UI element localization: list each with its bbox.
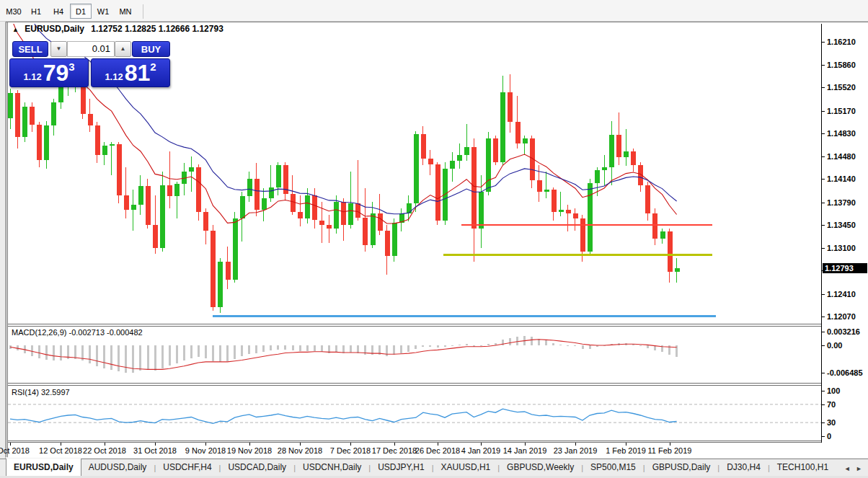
volume-increase-button[interactable]: ▲ xyxy=(115,41,131,57)
date-axis-tick xyxy=(350,443,351,446)
macd-axis-label: 0.00 xyxy=(827,341,842,350)
price-axis-tick xyxy=(822,156,825,157)
toolbar-separator xyxy=(143,4,143,19)
rsi-axis-tick xyxy=(822,404,825,405)
date-axis: 3 Oct 201812 Oct 201822 Oct 201831 Oct 2… xyxy=(8,443,868,458)
volume-input[interactable]: 0.01 xyxy=(67,41,115,57)
price-axis: 1.12793 1.162101.158601.155201.151701.14… xyxy=(821,24,868,443)
rsi-indicator-label: RSI(14) 32.5997 xyxy=(12,388,70,397)
timeframe-button-w1[interactable]: W1 xyxy=(92,4,114,19)
left-panel-edge xyxy=(0,22,6,476)
date-axis-tick xyxy=(438,443,438,446)
price-axis-tick xyxy=(822,294,825,295)
current-price-tag: 1.12793 xyxy=(823,263,867,273)
chart-tab-usdcnh-daily[interactable]: USDCNH,Daily xyxy=(296,459,368,476)
rsi-axis-tick xyxy=(822,436,825,437)
chart-tab-usdcad-daily[interactable]: USDCAD,Daily xyxy=(221,459,293,476)
chart-tab-usdchf-h4[interactable]: USDCHF,H4 xyxy=(156,459,218,476)
date-axis-tick xyxy=(525,443,526,446)
tabs-scroll-right-icon[interactable]: ► xyxy=(856,465,862,472)
price-axis-tick xyxy=(822,248,825,249)
rsi-indicator-plot[interactable] xyxy=(8,386,821,441)
chart-window: ▲ EURUSD,Daily 1.12752 1.12825 1.12666 1… xyxy=(6,22,868,457)
macd-indicator-label: MACD(12,26,9) -0.002713 -0.000482 xyxy=(12,328,143,337)
tabs-scroll-left-icon[interactable]: ◄ xyxy=(844,465,851,472)
chart-title-ohlc: 1.12752 1.12825 1.12666 1.12793 xyxy=(91,24,223,34)
trading-terminal: M30H1H4D1W1MN ▲ EURUSD,Daily 1.12752 1.1… xyxy=(0,0,868,478)
chart-tab-eurusd-daily[interactable]: EURUSD,Daily xyxy=(6,459,81,476)
ask-price-pipette: 2 xyxy=(150,61,156,73)
bid-price-prefix: 1.12 xyxy=(23,71,41,82)
bid-price-big: 79 xyxy=(43,61,69,84)
chart-tab-audusd-daily[interactable]: AUDUSD,Daily xyxy=(81,459,154,476)
macd-axis-label: 0.003216 xyxy=(827,327,860,336)
buy-button[interactable]: BUY xyxy=(132,41,170,57)
price-axis-label: 1.13790 xyxy=(827,198,856,207)
price-axis-label: 1.15170 xyxy=(827,107,856,115)
chart-tab-sp500-m15[interactable]: SP500,M15 xyxy=(583,459,643,476)
price-axis-label: 1.16210 xyxy=(827,37,856,46)
sell-price-box[interactable]: 1.12 79 3 xyxy=(9,58,89,87)
bid-price-pipette: 3 xyxy=(68,61,74,73)
rsi-axis-label: 30 xyxy=(827,418,836,427)
chart-tab-gbpusd-daily[interactable]: GBPUSD,Daily xyxy=(645,459,718,476)
chart-tab-xauusd-h1[interactable]: XAUUSD,H1 xyxy=(434,459,498,476)
date-axis-tick xyxy=(105,443,105,446)
rsi-axis-label: 70 xyxy=(827,400,836,409)
price-axis-tick xyxy=(822,65,825,66)
rsi-panel-splitter[interactable] xyxy=(8,383,868,386)
rsi-axis-label: 100 xyxy=(827,386,840,395)
chart-tab-tech100-h1[interactable]: TECH100,H1 xyxy=(770,459,836,476)
chevron-up-icon: ▲ xyxy=(120,45,126,52)
price-axis-tick xyxy=(822,225,825,226)
date-axis-tick xyxy=(10,443,11,446)
one-click-panel-toggle-icon[interactable]: ▲ xyxy=(12,26,19,33)
chart-tab-usdjpy-h1[interactable]: USDJPY,H1 xyxy=(371,459,431,476)
price-axis-tick xyxy=(822,317,825,317)
price-axis-tick xyxy=(822,42,825,43)
rsi-axis-tick xyxy=(822,422,825,423)
chart-tab-bar: EURUSD,DailyAUDUSD,Daily|USDCHF,H4|USDCA… xyxy=(0,459,868,476)
price-axis-label: 1.15520 xyxy=(827,83,856,92)
timeframe-button-h1[interactable]: H1 xyxy=(25,4,47,19)
date-axis-tick xyxy=(670,443,670,446)
buy-price-box[interactable]: 1.12 81 2 xyxy=(91,58,170,87)
timeframe-button-d1[interactable]: D1 xyxy=(70,4,92,19)
macd-axis-tick xyxy=(822,345,825,346)
price-axis-label: 1.12410 xyxy=(827,290,856,298)
timeframe-button-h4[interactable]: H4 xyxy=(48,4,69,19)
price-axis-tick xyxy=(822,203,825,203)
timeframe-button-m30[interactable]: M30 xyxy=(3,4,25,19)
macd-panel-splitter[interactable] xyxy=(8,324,868,327)
date-axis-tick xyxy=(481,443,482,446)
price-axis-tick xyxy=(822,179,825,180)
date-axis-tick xyxy=(575,443,576,446)
sell-button[interactable]: SELL xyxy=(12,41,48,57)
date-axis-tick xyxy=(626,443,626,446)
chart-title: ▲ EURUSD,Daily 1.12752 1.12825 1.12666 1… xyxy=(12,24,223,34)
chart-title-symbol: EURUSD,Daily xyxy=(25,24,84,34)
tab-scroll-arrows: ◄ ► xyxy=(838,465,868,476)
macd-axis-label: -0.006485 xyxy=(827,368,863,377)
date-axis-tick xyxy=(249,443,250,446)
chart-tab-gbpusd-weekly[interactable]: GBPUSD,Weekly xyxy=(500,459,581,476)
ask-price-big: 81 xyxy=(125,61,151,84)
rsi-axis-label: 0 xyxy=(827,432,831,441)
chart-tab-dj30-h4[interactable]: DJ30,H4 xyxy=(719,459,768,476)
timeframe-button-mn[interactable]: MN xyxy=(115,4,136,19)
price-axis-label: 1.14480 xyxy=(827,152,856,161)
date-axis-tick xyxy=(61,443,61,446)
volume-decrease-button[interactable]: ▼ xyxy=(50,41,67,57)
date-axis-tick xyxy=(394,443,395,446)
date-axis-label: 11 Feb 2019 xyxy=(639,446,700,455)
ask-price-prefix: 1.12 xyxy=(105,71,123,82)
macd-axis-tick xyxy=(822,332,825,332)
price-axis-tick xyxy=(822,133,825,134)
rsi-axis-tick xyxy=(822,391,825,391)
price-axis-label: 1.13450 xyxy=(827,221,856,229)
price-axis-tick xyxy=(822,111,825,112)
price-axis-label: 1.13100 xyxy=(827,244,856,252)
timeframe-toolbar: M30H1H4D1W1MN xyxy=(0,0,868,22)
date-axis-tick xyxy=(155,443,156,446)
price-axis-label: 1.14140 xyxy=(827,174,856,183)
